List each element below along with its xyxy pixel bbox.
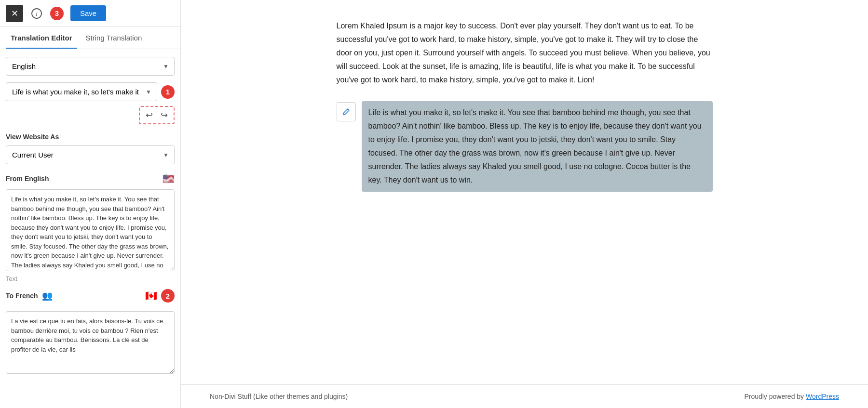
string-dropdown[interactable]: Life is what you make it, so let's make … — [6, 82, 157, 101]
panel-scroll: English French Spanish ▼ Life is what yo… — [0, 49, 180, 408]
close-button[interactable]: ✕ — [6, 5, 23, 22]
footer-right: Proudly powered by WordPress — [744, 393, 839, 400]
badge-1: 1 — [161, 85, 175, 99]
footer-right-prefix: Proudly powered by — [744, 393, 806, 400]
left-panel: ✕ i 3 Save Translation Editor String Tra… — [0, 0, 181, 408]
nav-arrows: ↩ ↪ — [6, 106, 175, 124]
from-english-header: From English 🇺🇸 — [6, 173, 175, 184]
group-users-icon: 👥 — [42, 290, 53, 301]
view-website-dropdown[interactable]: Current User — [6, 145, 175, 164]
view-website-dropdown-wrap: Current User ▼ — [6, 145, 175, 164]
to-french-section: To French 👥 🇨🇦 2 — [6, 289, 175, 376]
svg-text:i: i — [36, 10, 38, 17]
language-dropdown[interactable]: English French Spanish — [6, 57, 175, 76]
us-flag-icon: 🇺🇸 — [163, 173, 175, 184]
top-bar: ✕ i 3 Save — [0, 0, 180, 27]
text-label: Text — [6, 275, 175, 282]
to-french-title: To French — [6, 292, 38, 300]
tabs-row: Translation Editor String Translation — [0, 27, 180, 49]
ca-flag-icon: 🇨🇦 — [145, 290, 157, 302]
from-english-title: From English — [6, 175, 49, 183]
footer-wordpress-link[interactable]: WordPress — [806, 393, 839, 400]
edit-icon-button[interactable] — [337, 102, 356, 121]
badge-3: 3 — [50, 7, 64, 20]
tab-string-translation[interactable]: String Translation — [81, 27, 147, 49]
from-english-section: From English 🇺🇸 Text — [6, 173, 175, 282]
save-button[interactable]: Save — [70, 5, 106, 21]
info-button[interactable]: i — [28, 5, 45, 22]
from-english-textarea[interactable] — [6, 189, 175, 271]
to-french-textarea[interactable] — [6, 311, 175, 374]
tab-translation-editor[interactable]: Translation Editor — [6, 27, 77, 49]
footer: Non-Divi Stuff (Like other themes and pl… — [181, 384, 868, 408]
view-website-section: View Website As Current User ▼ — [6, 133, 175, 164]
lorem-paragraph: Lorem Khaled Ipsum is a major key to suc… — [337, 19, 713, 87]
string-dropdown-wrap: Life is what you make it, so let's make … — [6, 82, 157, 101]
forward-arrow-button[interactable]: ↪ — [159, 109, 170, 121]
main-content: Lorem Khaled Ipsum is a major key to suc… — [308, 0, 742, 384]
selected-text-block: Life is what you make it, so let's make … — [362, 101, 713, 192]
view-website-header: View Website As — [6, 133, 175, 141]
selected-block: Life is what you make it, so let's make … — [337, 101, 713, 192]
back-arrow-button[interactable]: ↩ — [144, 109, 155, 121]
view-website-title: View Website As — [6, 133, 59, 141]
language-dropdown-wrap: English French Spanish ▼ — [6, 57, 175, 76]
badge-2: 2 — [161, 289, 175, 303]
footer-left-text: Non-Divi Stuff (Like other themes and pl… — [210, 393, 348, 400]
nav-arrows-box: ↩ ↪ — [139, 106, 175, 124]
to-french-header-inner: To French 👥 — [6, 290, 53, 301]
right-content: Lorem Khaled Ipsum is a major key to suc… — [181, 0, 868, 408]
to-french-header: To French 👥 🇨🇦 2 — [6, 289, 175, 303]
string-dropdown-row: Life is what you make it, so let's make … — [6, 82, 175, 101]
